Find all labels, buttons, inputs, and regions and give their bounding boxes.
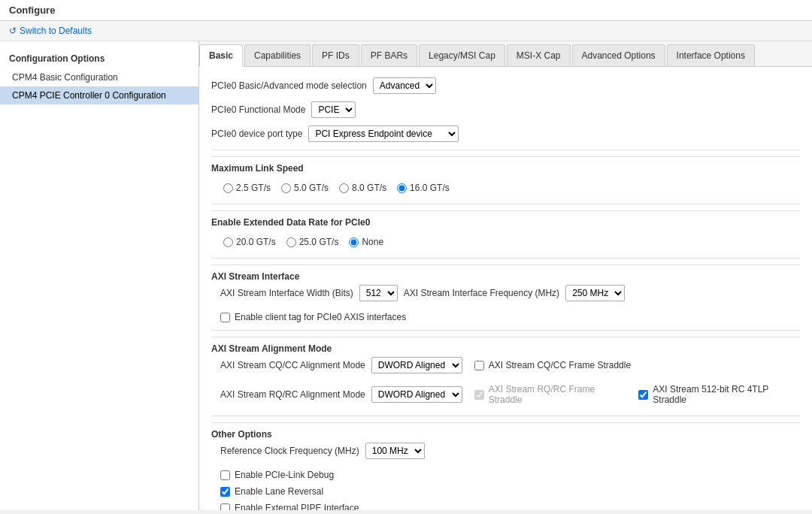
axi-width-select[interactable]: 64 128 256 512 [359, 285, 398, 301]
axi-alignment-mode-title: AXI Stream Alignment Mode [211, 337, 800, 357]
main-layout: Configuration Options CPM4 Basic Configu… [0, 41, 812, 510]
enable-external-pipe-row: Enable External PIPE Interface [211, 500, 800, 510]
ref-clock-freq-label: Reference Clock Frequency (MHz) [220, 446, 359, 456]
tab-legacy-msi-cap[interactable]: Legacy/MSI Cap [419, 44, 505, 66]
axi-freq-select[interactable]: 125 MHz 250 MHz 500 MHz [565, 285, 625, 301]
rqrc-frame-straddle-label: AXI Stream RQ/RC Frame Straddle [489, 384, 627, 405]
enable-pcie-link-debug-row: Enable PCIe-Link Debug [211, 467, 800, 483]
ref-clock-freq-select[interactable]: 100 MHz 125 MHz [365, 443, 425, 459]
axi-width-label: AXI Stream Interface Width (Bits) [220, 288, 353, 298]
tab-pf-bars[interactable]: PF BARs [361, 44, 417, 66]
enable-lane-reversal-checkbox[interactable] [220, 487, 230, 497]
tab-pf-ids[interactable]: PF IDs [312, 44, 359, 66]
sidebar-item-cpm4-basic[interactable]: CPM4 Basic Configuration [0, 68, 198, 86]
panel-basic: PCIe0 Basic/Advanced mode selection Basi… [199, 67, 812, 510]
radio-16-0-gts[interactable]: 16.0 GT/s [397, 183, 450, 193]
tab-advanced-options[interactable]: Advanced Options [572, 44, 665, 66]
sidebar-section-title: Configuration Options [0, 49, 198, 68]
ext-data-rate-group: 20.0 GT/s 25.0 GT/s None [211, 231, 800, 253]
switch-to-defaults-label: Switch to Defaults [20, 26, 92, 36]
ext-data-rate-title: Enable Extended Data Rate for PCIe0 [211, 210, 800, 231]
enable-pcie-link-debug-label[interactable]: Enable PCIe-Link Debug [235, 470, 334, 480]
radio-none[interactable]: None [349, 237, 383, 247]
pcie0-mode-row: PCIe0 Basic/Advanced mode selection Basi… [211, 77, 800, 94]
rqrc-align-row: AXI Stream RQ/RC Alignment Mode DWORD Al… [211, 381, 800, 408]
axi-512bit-row: AXI Stream 512-bit RC 4TLP Straddle [638, 381, 800, 408]
radio-5-0-gts[interactable]: 5.0 GT/s [281, 183, 329, 193]
axi-512bit-label[interactable]: AXI Stream 512-bit RC 4TLP Straddle [653, 384, 800, 405]
enable-lane-reversal-label[interactable]: Enable Lane Reversal [235, 486, 323, 497]
axi-stream-interface-title: AXI Stream Interface [211, 265, 800, 285]
app-title: Configure [9, 5, 55, 16]
axi-stream-width-row: AXI Stream Interface Width (Bits) 64 128… [211, 285, 800, 301]
enable-client-tag-checkbox[interactable] [220, 313, 230, 322]
title-bar: Configure [0, 0, 812, 21]
ref-clock-freq-row: Reference Clock Frequency (MHz) 100 MHz … [211, 443, 800, 459]
radio-2-5-gts[interactable]: 2.5 GT/s [223, 183, 271, 193]
switch-to-defaults-button[interactable]: ↺ Switch to Defaults [9, 26, 92, 36]
tab-basic[interactable]: Basic [199, 44, 243, 67]
cqcc-frame-straddle-row: AXI Stream CQ/CC Frame Straddle [474, 357, 631, 373]
pcie0-port-type-select[interactable]: PCI Express Endpoint device PCI Express … [308, 125, 459, 142]
tab-capabilities[interactable]: Capabilities [244, 44, 311, 66]
tab-interface-options[interactable]: Interface Options [667, 44, 755, 66]
pcie0-func-mode-select[interactable]: PCIE DMA [311, 101, 356, 118]
rqrc-frame-straddle-row: AXI Stream RQ/RC Frame Straddle [474, 381, 627, 408]
cqcc-frame-straddle-label[interactable]: AXI Stream CQ/CC Frame Straddle [489, 360, 631, 370]
cqcc-align-label: AXI Stream CQ/CC Alignment Mode [220, 360, 365, 370]
enable-client-tag-row: Enable client tag for PCIe0 AXIS interfa… [211, 309, 800, 325]
enable-client-tag-label[interactable]: Enable client tag for PCIe0 AXIS interfa… [235, 312, 406, 322]
tab-msi-x-cap[interactable]: MSI-X Cap [507, 44, 571, 66]
axi-512bit-checkbox[interactable] [638, 390, 648, 400]
pcie0-func-mode-label: PCIe0 Functional Mode [211, 104, 305, 115]
sidebar: Configuration Options CPM4 Basic Configu… [0, 41, 199, 510]
pcie0-mode-label: PCIe0 Basic/Advanced mode selection [211, 80, 367, 91]
rqrc-align-select[interactable]: DWORD Aligned Address Aligned [371, 386, 462, 403]
pcie0-mode-select[interactable]: Basic Advanced [373, 77, 436, 94]
toolbar: ↺ Switch to Defaults [0, 21, 812, 41]
refresh-icon: ↺ [9, 26, 17, 36]
rqrc-frame-straddle-checkbox [474, 390, 484, 400]
pcie0-port-type-row: PCIe0 device port type PCI Express Endpo… [211, 125, 800, 142]
rqrc-align-label: AXI Stream RQ/RC Alignment Mode [220, 389, 365, 400]
other-options-title: Other Options [211, 422, 800, 443]
enable-pcie-link-debug-checkbox[interactable] [220, 470, 230, 480]
radio-20-gts[interactable]: 20.0 GT/s [223, 237, 276, 247]
radio-25-gts[interactable]: 25.0 GT/s [286, 237, 339, 247]
enable-lane-reversal-row: Enable Lane Reversal [211, 483, 800, 500]
pcie0-func-mode-row: PCIe0 Functional Mode PCIE DMA [211, 101, 800, 118]
radio-8-0-gts[interactable]: 8.0 GT/s [339, 183, 386, 193]
enable-external-pipe-checkbox[interactable] [220, 503, 230, 511]
cqcc-frame-straddle-checkbox[interactable] [474, 361, 484, 370]
max-link-speed-group: 2.5 GT/s 5.0 GT/s 8.0 GT/s 16.0 GT/s [211, 177, 800, 199]
pcie0-port-type-label: PCIe0 device port type [211, 128, 302, 139]
tab-bar: Basic Capabilities PF IDs PF BARs Legacy… [199, 41, 812, 67]
enable-external-pipe-label[interactable]: Enable External PIPE Interface [235, 503, 359, 510]
max-link-speed-title: Maximum Link Speed [211, 156, 800, 177]
cqcc-align-select[interactable]: DWORD Aligned Address Aligned [371, 357, 462, 373]
cqcc-align-row: AXI Stream CQ/CC Alignment Mode DWORD Al… [211, 357, 800, 373]
axi-freq-label: AXI Stream Interface Frequency (MHz) [404, 288, 559, 298]
sidebar-item-cpm4-pcie[interactable]: CPM4 PCIE Controller 0 Configuration [0, 86, 198, 104]
content-area: Basic Capabilities PF IDs PF BARs Legacy… [199, 41, 812, 510]
